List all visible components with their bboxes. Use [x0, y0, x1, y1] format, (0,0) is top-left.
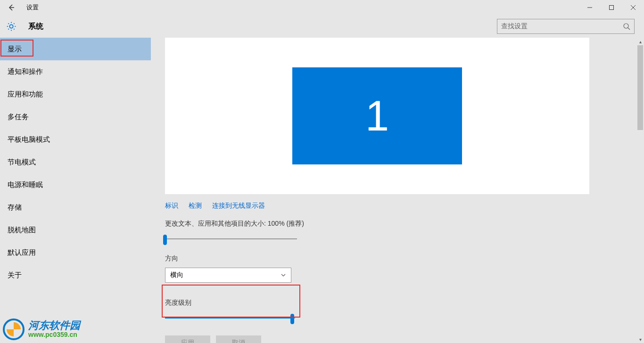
orientation-label: 方向	[165, 254, 630, 263]
apply-label: 应用	[181, 339, 194, 343]
window-title: 设置	[26, 3, 39, 12]
chevron-down-icon	[281, 272, 286, 278]
sidebar-item-label: 通知和操作	[8, 67, 43, 76]
watermark-logo-icon	[3, 318, 25, 340]
watermark-text-cn: 河东软件园	[28, 320, 80, 331]
search-icon	[623, 23, 630, 30]
search-placeholder: 查找设置	[501, 22, 623, 31]
sidebar-item-label: 存储	[8, 203, 22, 212]
scale-slider[interactable]	[165, 233, 297, 246]
sidebar-item-apps-features[interactable]: 应用和功能	[0, 83, 151, 106]
scroll-up-icon[interactable]: ▴	[636, 38, 644, 45]
sidebar-item-battery-saver[interactable]: 节电模式	[0, 151, 151, 173]
close-icon	[630, 5, 636, 10]
sidebar-item-label: 默认应用	[8, 248, 36, 257]
sidebar-item-label: 平板电脑模式	[8, 135, 50, 144]
header: 系统 查找设置	[0, 15, 644, 38]
sidebar-item-label: 节电模式	[8, 158, 36, 167]
scroll-thumb[interactable]	[637, 45, 643, 130]
button-row: 应用 取消	[165, 335, 630, 343]
slider-fill	[165, 318, 292, 318]
watermark: 河东软件园 www.pc0359.cn	[3, 318, 80, 340]
sidebar-item-display[interactable]: 显示	[0, 38, 151, 60]
orientation-dropdown[interactable]: 横向	[165, 268, 291, 283]
close-button[interactable]	[622, 0, 644, 15]
maximize-button[interactable]	[601, 0, 622, 15]
slider-thumb[interactable]	[163, 235, 167, 245]
cancel-label: 取消	[232, 339, 245, 343]
brightness-section: 亮度级别	[165, 294, 304, 332]
watermark-text-url: www.pc0359.cn	[28, 331, 80, 338]
sidebar-item-notifications[interactable]: 通知和操作	[0, 60, 151, 83]
cancel-button[interactable]: 取消	[216, 335, 261, 343]
back-arrow-icon	[8, 4, 15, 11]
page-heading: 系统	[28, 22, 43, 32]
sidebar-item-default-apps[interactable]: 默认应用	[0, 241, 151, 264]
scrollbar[interactable]: ▴ ▾	[636, 38, 644, 343]
wireless-display-link[interactable]: 连接到无线显示器	[212, 202, 265, 209]
detect-link[interactable]: 检测	[189, 202, 202, 209]
sidebar-item-label: 多任务	[8, 113, 29, 122]
maximize-icon	[609, 5, 614, 10]
content-area: 1 标识 检测 连接到无线显示器 更改文本、应用和其他项目的大小: 100% (…	[151, 38, 644, 343]
sidebar-item-offline-maps[interactable]: 脱机地图	[0, 219, 151, 241]
titlebar: 设置	[0, 0, 644, 15]
orientation-value: 横向	[170, 271, 281, 279]
svg-rect-2	[610, 6, 614, 10]
sidebar-item-label: 应用和功能	[8, 90, 43, 99]
monitor-number: 1	[365, 92, 389, 140]
identify-link[interactable]: 标识	[165, 202, 178, 209]
slider-thumb[interactable]	[290, 314, 294, 324]
svg-line-6	[628, 28, 630, 30]
svg-point-5	[624, 24, 628, 28]
brightness-slider[interactable]	[165, 312, 295, 325]
brightness-label: 亮度级别	[165, 299, 304, 307]
back-button[interactable]	[0, 0, 23, 15]
scale-label: 更改文本、应用和其他项目的大小: 100% (推荐)	[165, 220, 630, 228]
sidebar-item-storage[interactable]: 存储	[0, 196, 151, 219]
sidebar-item-label: 电源和睡眠	[8, 180, 43, 189]
monitor-preview[interactable]: 1	[292, 67, 462, 164]
slider-track	[165, 238, 297, 239]
sidebar-item-power-sleep[interactable]: 电源和睡眠	[0, 173, 151, 196]
minimize-icon	[587, 5, 593, 10]
sidebar-item-label: 脱机地图	[8, 226, 36, 235]
sidebar-item-tablet-mode[interactable]: 平板电脑模式	[0, 128, 151, 151]
minimize-button[interactable]	[579, 0, 601, 15]
sidebar-item-label: 显示	[8, 45, 22, 54]
sidebar-item-label: 关于	[8, 271, 22, 280]
display-preview-canvas: 1	[165, 38, 589, 194]
window-controls	[579, 0, 644, 15]
display-links: 标识 检测 连接到无线显示器	[165, 202, 630, 210]
scroll-down-icon[interactable]: ▾	[636, 335, 644, 343]
sidebar-item-multitasking[interactable]: 多任务	[0, 106, 151, 128]
sidebar-item-about[interactable]: 关于	[0, 264, 151, 286]
settings-icon	[4, 21, 19, 32]
search-input[interactable]: 查找设置	[497, 19, 635, 34]
sidebar: 显示 通知和操作 应用和功能 多任务 平板电脑模式 节电模式 电源和睡眠 存储 …	[0, 38, 151, 343]
apply-button[interactable]: 应用	[165, 335, 210, 343]
